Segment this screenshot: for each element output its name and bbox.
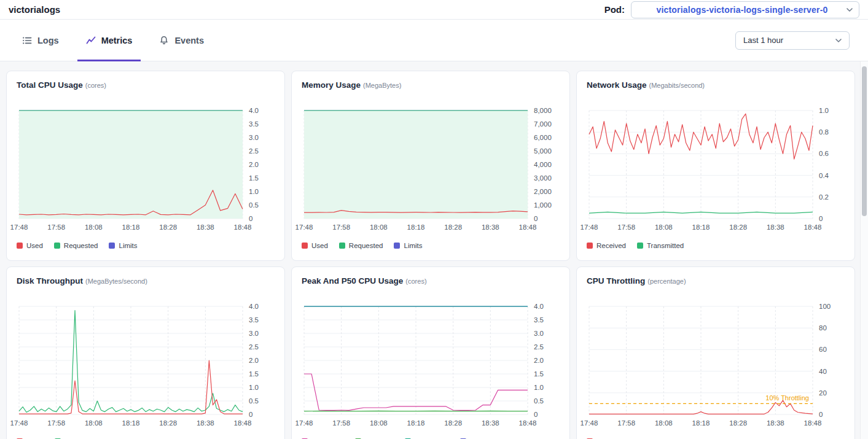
svg-text:60: 60 bbox=[819, 346, 827, 353]
svg-text:1.5: 1.5 bbox=[534, 370, 544, 378]
tab-logs[interactable]: Logs bbox=[14, 20, 68, 61]
legend-item[interactable]: Used bbox=[302, 242, 328, 249]
tab-label: Metrics bbox=[101, 36, 133, 45]
svg-text:2,000: 2,000 bbox=[534, 188, 552, 195]
pod-selector-value: victorialogs-victoria-logs-single-server… bbox=[638, 5, 846, 15]
svg-text:2.0: 2.0 bbox=[249, 357, 259, 364]
svg-text:2.5: 2.5 bbox=[249, 147, 259, 155]
legend-label: Received bbox=[596, 242, 626, 249]
svg-text:18:28: 18:28 bbox=[159, 223, 177, 231]
tab-metrics[interactable]: Metrics bbox=[77, 20, 141, 61]
list-icon bbox=[22, 36, 32, 45]
svg-text:18:08: 18:08 bbox=[85, 223, 103, 231]
svg-text:18:18: 18:18 bbox=[692, 223, 710, 231]
svg-text:3,000: 3,000 bbox=[534, 174, 552, 182]
svg-text:2.0: 2.0 bbox=[534, 357, 544, 364]
svg-text:18:08: 18:08 bbox=[655, 223, 673, 231]
chart-card-total-cpu-usage: Total CPU Usage(cores) 00.51.01.52.02.53… bbox=[6, 71, 285, 261]
legend-item[interactable]: Limits bbox=[394, 242, 422, 249]
svg-text:4.0: 4.0 bbox=[249, 303, 259, 310]
legend-label: Limits bbox=[119, 242, 137, 249]
svg-text:18:48: 18:48 bbox=[519, 419, 537, 427]
chart-title: CPU Throttling bbox=[587, 276, 645, 286]
chart-canvas: 00.51.01.52.02.53.03.54.017:4817:5818:08… bbox=[302, 300, 561, 432]
legend-swatch bbox=[339, 243, 345, 249]
svg-text:18:08: 18:08 bbox=[85, 419, 103, 427]
svg-text:0: 0 bbox=[819, 411, 823, 418]
svg-text:5,000: 5,000 bbox=[534, 147, 552, 155]
chart-canvas: 00.51.01.52.02.53.03.54.017:4817:5818:08… bbox=[17, 300, 276, 432]
chart-card-network-usage: Network Usage(Megabits/second) 00.20.40.… bbox=[576, 71, 855, 261]
svg-text:18:08: 18:08 bbox=[370, 223, 388, 231]
svg-text:18:08: 18:08 bbox=[370, 419, 388, 427]
svg-text:17:58: 17:58 bbox=[332, 223, 350, 231]
svg-text:3.0: 3.0 bbox=[249, 134, 259, 141]
scrollbar-thumb[interactable] bbox=[862, 66, 867, 216]
svg-text:17:58: 17:58 bbox=[617, 223, 635, 231]
svg-text:0: 0 bbox=[819, 215, 823, 222]
chart-legend: UsedRequestedLimits bbox=[17, 242, 275, 249]
legend-swatch bbox=[109, 243, 115, 249]
legend-item[interactable]: Used bbox=[17, 242, 43, 249]
legend-item[interactable]: Received bbox=[587, 242, 626, 249]
legend-swatch bbox=[637, 243, 643, 249]
svg-text:0: 0 bbox=[534, 411, 538, 418]
chart-unit: (cores) bbox=[85, 82, 106, 89]
svg-text:17:48: 17:48 bbox=[581, 419, 598, 427]
svg-text:0.4: 0.4 bbox=[819, 172, 829, 179]
svg-text:0.6: 0.6 bbox=[819, 150, 829, 157]
svg-text:3.0: 3.0 bbox=[534, 330, 544, 337]
svg-text:18:48: 18:48 bbox=[804, 419, 822, 427]
svg-text:0.5: 0.5 bbox=[249, 397, 259, 405]
svg-text:0.8: 0.8 bbox=[819, 128, 829, 136]
chart-unit: (percentage) bbox=[647, 278, 686, 285]
svg-text:1,000: 1,000 bbox=[534, 201, 552, 209]
svg-text:17:58: 17:58 bbox=[332, 419, 350, 427]
chart-canvas: 02040608010017:4817:5818:0818:1818:2818:… bbox=[587, 300, 846, 432]
legend-swatch bbox=[54, 243, 60, 249]
svg-text:18:28: 18:28 bbox=[444, 419, 462, 427]
legend-swatch bbox=[394, 243, 400, 249]
chart-canvas: 01,0002,0003,0004,0005,0006,0007,0008,00… bbox=[302, 104, 561, 236]
svg-text:17:48: 17:48 bbox=[10, 223, 28, 231]
svg-text:8,000: 8,000 bbox=[534, 107, 552, 114]
tab-events[interactable]: Events bbox=[151, 20, 213, 61]
svg-text:18:28: 18:28 bbox=[159, 419, 177, 427]
pod-selector[interactable]: victorialogs-victoria-logs-single-server… bbox=[631, 1, 859, 18]
time-range-value: Last 1 hour bbox=[743, 36, 783, 45]
svg-text:80: 80 bbox=[819, 324, 827, 332]
chart-card-memory-usage: Memory Usage(MegaBytes) 01,0002,0003,000… bbox=[291, 71, 570, 261]
svg-text:0.5: 0.5 bbox=[534, 397, 544, 405]
svg-text:2.0: 2.0 bbox=[249, 161, 259, 168]
svg-text:18:18: 18:18 bbox=[692, 419, 710, 427]
svg-text:1.0: 1.0 bbox=[534, 384, 544, 391]
svg-text:18:38: 18:38 bbox=[482, 223, 499, 231]
svg-text:4.0: 4.0 bbox=[534, 303, 544, 310]
svg-text:17:48: 17:48 bbox=[581, 223, 598, 231]
svg-text:6,000: 6,000 bbox=[534, 134, 552, 141]
legend-label: Requested bbox=[349, 242, 383, 249]
svg-text:17:48: 17:48 bbox=[10, 419, 28, 427]
svg-text:10% Throttling: 10% Throttling bbox=[765, 394, 809, 402]
scrollbar[interactable] bbox=[860, 61, 868, 439]
svg-text:17:48: 17:48 bbox=[295, 419, 313, 427]
svg-text:3.5: 3.5 bbox=[249, 120, 259, 128]
svg-text:40: 40 bbox=[819, 368, 827, 375]
svg-text:1.0: 1.0 bbox=[819, 107, 829, 114]
svg-text:3.5: 3.5 bbox=[249, 316, 259, 324]
legend-item[interactable]: Requested bbox=[54, 242, 98, 249]
svg-text:4,000: 4,000 bbox=[534, 161, 552, 168]
legend-item[interactable]: Transmitted bbox=[637, 242, 684, 249]
svg-text:2.5: 2.5 bbox=[249, 343, 259, 351]
svg-text:20: 20 bbox=[819, 389, 827, 397]
chart-unit: (cores) bbox=[405, 278, 426, 285]
chart-legend: ReceivedTransmitted bbox=[587, 242, 845, 249]
legend-item[interactable]: Requested bbox=[339, 242, 383, 249]
chart-card-peak-p50-cpu-usage: Peak And P50 CPU Usage(cores) 00.51.01.5… bbox=[291, 266, 570, 439]
svg-text:18:48: 18:48 bbox=[234, 419, 252, 427]
time-range-selector[interactable]: Last 1 hour bbox=[735, 31, 850, 50]
legend-item[interactable]: Limits bbox=[109, 242, 137, 249]
svg-text:3.0: 3.0 bbox=[249, 330, 259, 337]
chevron-down-icon bbox=[835, 39, 842, 42]
legend-label: Transmitted bbox=[647, 242, 684, 249]
